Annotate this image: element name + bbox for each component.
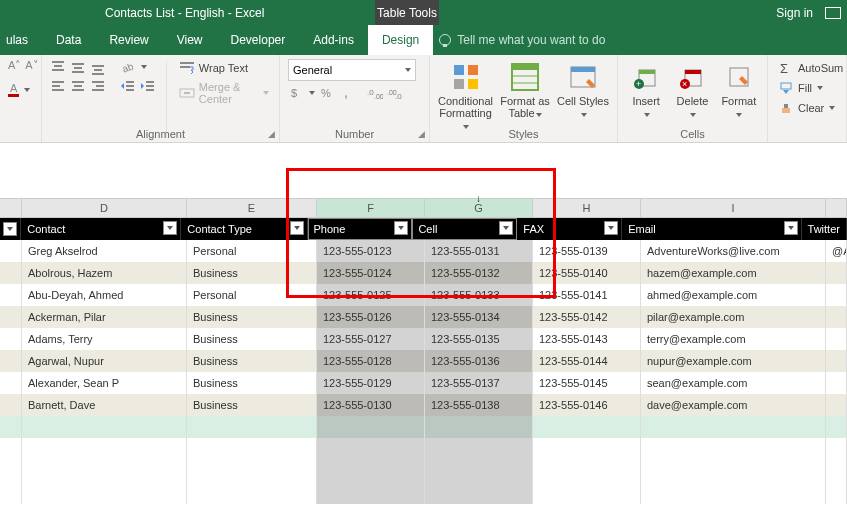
- filter-icon[interactable]: [3, 222, 17, 236]
- align-center-icon[interactable]: [70, 78, 86, 94]
- cell[interactable]: 123-555-0143: [533, 328, 641, 350]
- merge-center-button[interactable]: Merge & Center: [177, 80, 271, 106]
- cell[interactable]: [826, 350, 847, 372]
- cell[interactable]: dave@example.com: [641, 394, 826, 416]
- cell[interactable]: 123-555-0130: [317, 394, 425, 416]
- col-F[interactable]: F: [317, 199, 425, 217]
- th-twitter[interactable]: Twitter: [802, 218, 847, 240]
- cell[interactable]: 123-555-0131: [425, 240, 533, 262]
- cell[interactable]: Barnett, Dave: [22, 394, 187, 416]
- table-row[interactable]: Ackerman, PilarBusiness123-555-0126123-5…: [0, 306, 847, 328]
- cell[interactable]: Abu-Deyah, Ahmed: [22, 284, 187, 306]
- cell[interactable]: 123-555-0132: [425, 262, 533, 284]
- col-D[interactable]: D: [22, 199, 187, 217]
- cell[interactable]: 123-555-0145: [533, 372, 641, 394]
- tab-review[interactable]: Review: [95, 25, 162, 55]
- filter-icon[interactable]: [784, 221, 798, 235]
- empty-row[interactable]: [0, 460, 847, 482]
- th-contact-type[interactable]: Contact Type: [181, 218, 307, 240]
- cell[interactable]: 123-555-0141: [533, 284, 641, 306]
- cell[interactable]: [0, 350, 22, 372]
- cell[interactable]: ahmed@example.com: [641, 284, 826, 306]
- increase-indent-icon[interactable]: [140, 78, 156, 94]
- align-top-icon[interactable]: [50, 59, 66, 75]
- cell[interactable]: pilar@example.com: [641, 306, 826, 328]
- cell[interactable]: 123-555-0129: [317, 372, 425, 394]
- cell[interactable]: 123-555-0123: [317, 240, 425, 262]
- cell[interactable]: 123-555-0139: [533, 240, 641, 262]
- cell[interactable]: Agarwal, Nupur: [22, 350, 187, 372]
- tab-developer[interactable]: Developer: [217, 25, 300, 55]
- cell[interactable]: [0, 306, 22, 328]
- signin-link[interactable]: Sign in: [776, 6, 813, 20]
- tab-design[interactable]: Design: [368, 25, 433, 55]
- tab-view[interactable]: View: [163, 25, 217, 55]
- col-H[interactable]: H: [533, 199, 641, 217]
- cell[interactable]: [0, 284, 22, 306]
- cell[interactable]: [0, 328, 22, 350]
- th-contact[interactable]: Contact: [21, 218, 181, 240]
- cell[interactable]: 123-555-0137: [425, 372, 533, 394]
- cell[interactable]: 123-555-0125: [317, 284, 425, 306]
- cell[interactable]: Adams, Terry: [22, 328, 187, 350]
- autosum-button[interactable]: Σ AutoSum: [776, 59, 845, 77]
- cell[interactable]: [0, 240, 22, 262]
- cell[interactable]: 123-555-0136: [425, 350, 533, 372]
- clear-button[interactable]: Clear: [776, 99, 845, 117]
- cell[interactable]: [0, 372, 22, 394]
- font-color-button[interactable]: A: [8, 82, 39, 97]
- cell[interactable]: 123-555-0127: [317, 328, 425, 350]
- filter-icon[interactable]: [163, 221, 177, 235]
- align-right-icon[interactable]: [90, 78, 106, 94]
- cell[interactable]: terry@example.com: [641, 328, 826, 350]
- cell[interactable]: 123-555-0144: [533, 350, 641, 372]
- col-rest[interactable]: [826, 199, 847, 217]
- cell[interactable]: 123-555-0133: [425, 284, 533, 306]
- cell[interactable]: 123-555-0126: [317, 306, 425, 328]
- th-phone[interactable]: Phone: [308, 218, 413, 240]
- cell[interactable]: @Adve: [826, 240, 847, 262]
- filter-icon[interactable]: [290, 221, 304, 235]
- comma-format-icon[interactable]: ,: [339, 85, 355, 101]
- tab-formulas[interactable]: ulas: [0, 25, 42, 55]
- decrease-indent-icon[interactable]: [120, 78, 136, 94]
- cell[interactable]: hazem@example.com: [641, 262, 826, 284]
- tell-me-search[interactable]: Tell me what you want to do: [439, 33, 605, 47]
- cell[interactable]: Business: [187, 394, 317, 416]
- cell[interactable]: AdventureWorks@live.com: [641, 240, 826, 262]
- cell[interactable]: Business: [187, 372, 317, 394]
- cell[interactable]: [826, 328, 847, 350]
- table-row[interactable]: Agarwal, NupurBusiness123-555-0128123-55…: [0, 350, 847, 372]
- col-I[interactable]: I: [641, 199, 826, 217]
- number-format-select[interactable]: General: [288, 59, 416, 81]
- cell[interactable]: 123-555-0138: [425, 394, 533, 416]
- cell[interactable]: Greg Akselrod: [22, 240, 187, 262]
- tab-data[interactable]: Data: [42, 25, 95, 55]
- filter-icon[interactable]: [394, 221, 408, 235]
- cell[interactable]: Personal: [187, 240, 317, 262]
- col-G[interactable]: ↓G: [425, 199, 533, 217]
- cell[interactable]: [0, 394, 22, 416]
- empty-row[interactable]: [0, 416, 847, 438]
- cell[interactable]: Business: [187, 262, 317, 284]
- tab-addins[interactable]: Add-ins: [299, 25, 368, 55]
- decrease-decimal-icon[interactable]: .00.0: [387, 85, 403, 101]
- cell[interactable]: [826, 306, 847, 328]
- cell[interactable]: sean@example.com: [641, 372, 826, 394]
- cell[interactable]: Ackerman, Pilar: [22, 306, 187, 328]
- cell[interactable]: 123-555-0140: [533, 262, 641, 284]
- table-row[interactable]: Adams, TerryBusiness123-555-0127123-555-…: [0, 328, 847, 350]
- cell[interactable]: 123-555-0134: [425, 306, 533, 328]
- cell[interactable]: Business: [187, 328, 317, 350]
- orientation-icon[interactable]: ab: [120, 59, 136, 75]
- th-fax[interactable]: FAX: [517, 218, 622, 240]
- cell[interactable]: [826, 284, 847, 306]
- increase-font-button[interactable]: A˄A˅: [8, 59, 39, 72]
- increase-decimal-icon[interactable]: .0.00: [367, 85, 383, 101]
- cell[interactable]: nupur@example.com: [641, 350, 826, 372]
- tab-contextual-table-tools[interactable]: Table Tools: [375, 0, 439, 25]
- th-email[interactable]: Email: [622, 218, 801, 240]
- empty-row[interactable]: [0, 438, 847, 460]
- table-row[interactable]: Barnett, DaveBusiness123-555-0130123-555…: [0, 394, 847, 416]
- cell[interactable]: Abolrous, Hazem: [22, 262, 187, 284]
